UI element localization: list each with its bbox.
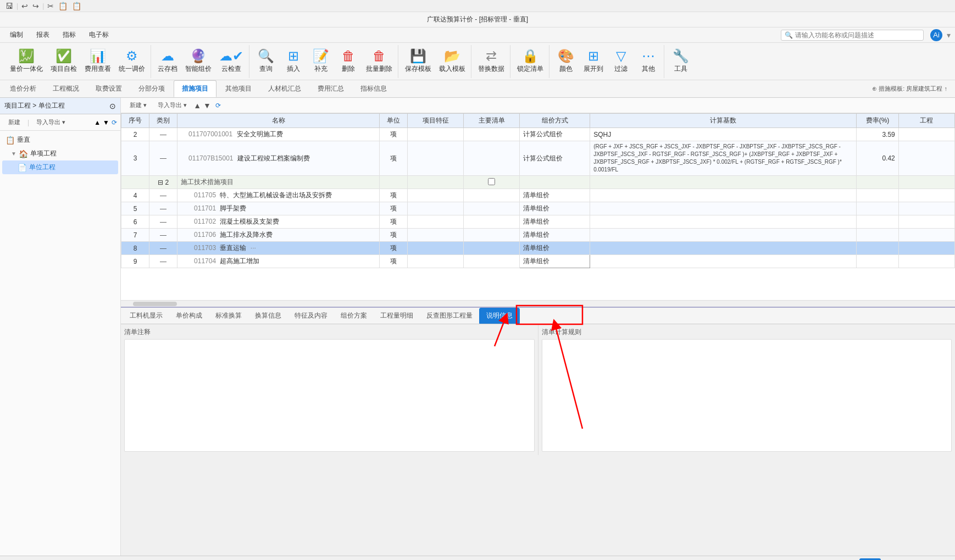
insert-icon: ⊞ (288, 49, 299, 63)
copy-btn[interactable]: 📋 (57, 2, 69, 10)
horizontal-scrollbar[interactable] (121, 300, 955, 307)
expand-btn[interactable]: ⊞ 展开到 (580, 47, 607, 76)
redo-btn[interactable]: ↪ (31, 2, 40, 10)
self-check-btn[interactable]: ✅ 项目自检 (47, 47, 80, 76)
paste-btn[interactable]: 📋 (71, 2, 82, 10)
tab-feiyong[interactable]: 费用汇总 (310, 81, 352, 97)
tab-fanchatu[interactable]: 反查图形工程量 (420, 308, 479, 323)
menu-bar: 编制 报表 指标 电子标 🔍 Ai ▾ (0, 27, 955, 43)
toolbar-group-5: ⇄ 替换数据 (473, 45, 510, 78)
tab-qitaxiangmu[interactable]: 其他项目 (218, 81, 259, 97)
query-btn[interactable]: 🔍 查询 (253, 47, 279, 76)
ellipsis-btn[interactable]: ··· (248, 244, 258, 252)
menu-dianzibiao[interactable]: 电子标 (84, 29, 114, 41)
cloud-archive-icon: ☁ (161, 49, 174, 63)
tab-gcl-mingxi[interactable]: 工程量明细 (374, 308, 420, 323)
ai-button[interactable]: Ai (930, 29, 942, 41)
tab-biaozhunhuansuan[interactable]: 标准换算 (209, 308, 248, 323)
right-content: 新建 ▾ 导入导出 ▾ ▲ ▼ ⟳ 序号 类别 名称 单位 项目特征 (121, 98, 955, 556)
bottom-left-panel: 清单注释 (121, 324, 538, 455)
cut-btn[interactable]: ✂ (46, 2, 55, 10)
search-input[interactable] (795, 31, 920, 39)
sub-up-arrow[interactable]: ▲ (193, 101, 201, 110)
sub-import-btn[interactable]: 导入导出 ▾ (153, 100, 191, 110)
col-rate: 费率(%) (857, 114, 899, 128)
import-export-btn[interactable]: 导入导出 ▾ (31, 117, 70, 128)
comment-textarea[interactable] (124, 339, 535, 452)
new-btn[interactable]: 新建 (3, 117, 25, 128)
menu-zhibiao[interactable]: 指标 (57, 29, 81, 41)
tab-huansuanxinxi[interactable]: 换算信息 (248, 308, 288, 323)
cloud-archive-btn[interactable]: ☁ 云存档 (154, 47, 181, 76)
color-icon: 🎨 (558, 49, 574, 63)
insert-btn[interactable]: ⊞ 插入 (280, 47, 307, 76)
tab-rencaiji[interactable]: 人材机汇总 (260, 81, 309, 97)
tab-gaikuang[interactable]: 工程概况 (45, 81, 87, 97)
table-row[interactable]: 6 — 011702 混凝土模板及支架费 项 清单组价 (121, 215, 955, 229)
cloud-check-btn[interactable]: ☁✔ 云检查 (216, 47, 247, 76)
table-row-selected[interactable]: 8 — 011703 垂直运输 ··· 项 清单组价 (121, 242, 955, 255)
unified-price-btn[interactable]: ⚙ 统一调价 (115, 47, 148, 76)
col-unit: 单位 (380, 114, 408, 128)
smart-quote-btn[interactable]: 🔮 智能组价 (182, 47, 215, 76)
delete-btn[interactable]: 🗑 删除 (335, 47, 362, 76)
save-template-btn[interactable]: 💾 保存模板 (402, 47, 435, 76)
smart-icon: 🔮 (190, 49, 207, 63)
replace-data-btn[interactable]: ⇄ 替换数据 (475, 47, 508, 76)
table-row[interactable]: 5 — 011701 脚手架费 项 清单组价 (121, 202, 955, 215)
nav-tree: 📋 垂直 ▼ 🏠 单项工程 📄 单位工程 (0, 131, 120, 556)
undo-btn[interactable]: ↩ (20, 2, 29, 10)
tree-item-chuizhi[interactable]: 📋 垂直 (2, 133, 118, 147)
tab-fenbufenxiang[interactable]: 分部分项 (131, 81, 173, 97)
tab-tezhengneirong[interactable]: 特征及内容 (288, 308, 334, 323)
tab-danjiagoucheng[interactable]: 单价构成 (169, 308, 209, 323)
color-btn[interactable]: 🎨 颜色 (553, 47, 579, 76)
tab-gongliaojishow[interactable]: 工料机显示 (123, 308, 169, 323)
load-template-btn[interactable]: 📂 载入模板 (436, 47, 469, 76)
scrollbar-thumb[interactable] (133, 302, 177, 306)
menu-baobiao[interactable]: 报表 (31, 29, 55, 41)
up-btn[interactable]: ▲ (94, 119, 101, 126)
tools-btn[interactable]: 🔧 工具 (668, 47, 694, 76)
quick-access-bar: 🖫 | ↩ ↪ | ✂ 📋 📋 (0, 0, 955, 12)
status-bar: 计税方式: 增值税(一般计税方法) | 工程量清单项目计量规范(2013-重庆)… (0, 556, 955, 560)
tab-shuomingxinxi[interactable]: 说明信息 (479, 308, 520, 324)
lock-clear-btn[interactable]: 🔒 锁定清单 (514, 47, 547, 76)
batch-delete-icon: 🗑 (373, 49, 386, 63)
data-table[interactable]: 序号 类别 名称 单位 项目特征 主要清单 组价方式 计算基数 费率(%) 工程 (121, 113, 955, 300)
supplement-btn[interactable]: 📝 补充 (308, 47, 334, 76)
tree-item-danxiang[interactable]: ▼ 🏠 单项工程 (2, 147, 118, 160)
table-row[interactable]: 9 — 011704 超高施工增加 项 清单组价 (121, 255, 955, 268)
search-bar[interactable]: 🔍 (781, 30, 924, 41)
table-row[interactable]: 7 — 011706 施工排水及降水费 项 清单组价 (121, 229, 955, 242)
tab-qufeishezhi[interactable]: 取费设置 (88, 81, 130, 97)
save-quick-btn[interactable]: 🖫 (4, 2, 14, 10)
tab-cuoshixiangmu[interactable]: 措施项目 (174, 80, 216, 97)
table-row[interactable]: 2 — 011707001001 安全文明施工费 项 计算公式组价 SQHJ (121, 128, 955, 141)
filter-btn[interactable]: ▽ 过滤 (608, 47, 634, 76)
tab-zujiafangan[interactable]: 组价方案 (334, 308, 374, 323)
delete-icon: 🗑 (342, 49, 355, 63)
sub-down-arrow[interactable]: ▼ (203, 101, 211, 110)
other-btn[interactable]: ⋯ 其他 (635, 47, 662, 76)
fee-view-btn[interactable]: 📊 费用查看 (81, 47, 114, 76)
tab-zhibiao[interactable]: 指标信息 (353, 81, 395, 97)
bottom-right-panel: 清单计算规则 (538, 324, 956, 455)
table-row-group[interactable]: ⊟ 2 施工技术措施项目 (121, 176, 955, 189)
tree-item-danwei[interactable]: 📄 单位工程 (2, 160, 118, 174)
quantify-all-btn[interactable]: 💹 量价一体化 (7, 47, 46, 76)
batch-delete-btn[interactable]: 🗑 批量删除 (363, 47, 396, 76)
table-row[interactable]: 4 — 011705 特、大型施工机械设备进出场及安拆费 项 清单组价 (121, 189, 955, 202)
tools-icon: 🔧 (673, 49, 689, 63)
refresh-btn[interactable]: ⟳ (112, 119, 117, 126)
table-row[interactable]: 3 — 011707B15001 建设工程竣工档案编制费 项 计算公式组价 (121, 141, 955, 176)
cloud-check-icon: ☁✔ (219, 49, 243, 63)
menu-bianzhir[interactable]: 编制 (4, 29, 29, 41)
sub-refresh-btn[interactable]: ⟳ (215, 102, 221, 109)
sub-new-btn[interactable]: 新建 ▾ (125, 100, 151, 110)
tab-zaojia[interactable]: 造价分析 (2, 81, 44, 97)
down-btn[interactable]: ▼ (103, 119, 109, 126)
collapse-panel-btn[interactable]: ⊙ (109, 102, 116, 110)
rules-textarea[interactable] (542, 339, 952, 452)
help-icon[interactable]: ▾ (947, 31, 951, 40)
